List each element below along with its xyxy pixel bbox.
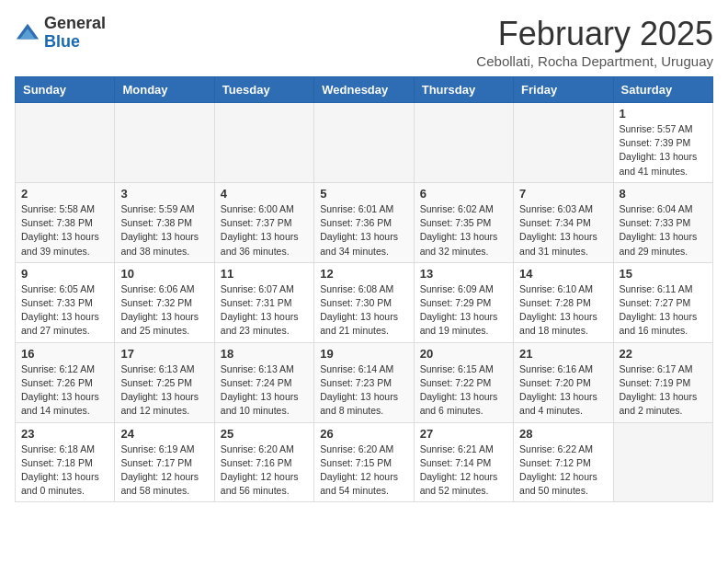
day-info: Sunrise: 6:02 AM Sunset: 7:35 PM Dayligh… [420, 202, 507, 259]
calendar-cell: 15Sunrise: 6:11 AM Sunset: 7:27 PM Dayli… [613, 262, 712, 342]
logo-blue-text: Blue [44, 33, 106, 52]
day-number: 3 [120, 187, 208, 201]
day-number: 10 [120, 267, 208, 281]
day-info: Sunrise: 6:20 AM Sunset: 7:16 PM Dayligh… [221, 442, 308, 499]
calendar-table: SundayMondayTuesdayWednesdayThursdayFrid… [15, 76, 713, 502]
day-info: Sunrise: 6:04 AM Sunset: 7:33 PM Dayligh… [620, 202, 707, 259]
day-number: 1 [620, 107, 707, 121]
calendar-cell: 18Sunrise: 6:13 AM Sunset: 7:24 PM Dayli… [214, 342, 313, 422]
calendar-cell: 28Sunrise: 6:22 AM Sunset: 7:12 PM Dayli… [514, 422, 613, 502]
day-number: 25 [221, 427, 308, 441]
weekday-header-sunday: Sunday [16, 77, 115, 103]
logo-icon [15, 20, 40, 46]
day-info: Sunrise: 6:00 AM Sunset: 7:37 PM Dayligh… [221, 202, 308, 259]
day-number: 27 [420, 427, 507, 441]
calendar-cell: 4Sunrise: 6:00 AM Sunset: 7:37 PM Daylig… [214, 182, 313, 262]
day-number: 22 [620, 347, 707, 361]
day-info: Sunrise: 6:22 AM Sunset: 7:12 PM Dayligh… [519, 442, 607, 499]
calendar-cell: 13Sunrise: 6:09 AM Sunset: 7:29 PM Dayli… [414, 262, 513, 342]
day-info: Sunrise: 5:58 AM Sunset: 7:38 PM Dayligh… [21, 202, 108, 259]
calendar-cell: 2Sunrise: 5:58 AM Sunset: 7:38 PM Daylig… [16, 182, 115, 262]
day-number: 11 [221, 267, 308, 281]
day-info: Sunrise: 6:12 AM Sunset: 7:26 PM Dayligh… [21, 362, 108, 419]
calendar-cell: 12Sunrise: 6:08 AM Sunset: 7:30 PM Dayli… [314, 262, 414, 342]
day-number: 18 [221, 347, 308, 361]
calendar-header: General Blue February 2025 Cebollati, Ro… [15, 15, 713, 69]
day-info: Sunrise: 6:03 AM Sunset: 7:34 PM Dayligh… [519, 202, 607, 259]
calendar-cell: 26Sunrise: 6:20 AM Sunset: 7:15 PM Dayli… [314, 422, 414, 502]
day-number: 4 [221, 187, 308, 201]
calendar-cell [414, 103, 513, 183]
week-row-1: 1Sunrise: 5:57 AM Sunset: 7:39 PM Daylig… [16, 103, 713, 183]
calendar-title: February 2025 [476, 15, 713, 53]
week-row-5: 23Sunrise: 6:18 AM Sunset: 7:18 PM Dayli… [16, 422, 713, 502]
day-info: Sunrise: 6:10 AM Sunset: 7:28 PM Dayligh… [519, 282, 607, 339]
day-info: Sunrise: 5:57 AM Sunset: 7:39 PM Dayligh… [620, 122, 707, 178]
calendar-cell [514, 103, 613, 183]
day-number: 2 [21, 187, 108, 201]
day-number: 13 [420, 267, 507, 281]
day-info: Sunrise: 6:15 AM Sunset: 7:22 PM Dayligh… [420, 362, 507, 419]
weekday-header-thursday: Thursday [414, 77, 513, 103]
day-info: Sunrise: 6:08 AM Sunset: 7:30 PM Dayligh… [320, 282, 407, 339]
calendar-cell: 14Sunrise: 6:10 AM Sunset: 7:28 PM Dayli… [514, 262, 613, 342]
weekday-header-monday: Monday [115, 77, 214, 103]
day-number: 8 [620, 187, 707, 201]
calendar-subtitle: Cebollati, Rocha Department, Uruguay [476, 53, 713, 69]
day-info: Sunrise: 6:16 AM Sunset: 7:20 PM Dayligh… [519, 362, 607, 419]
calendar-cell [16, 103, 115, 183]
day-info: Sunrise: 6:14 AM Sunset: 7:23 PM Dayligh… [320, 362, 407, 419]
day-info: Sunrise: 6:09 AM Sunset: 7:29 PM Dayligh… [420, 282, 507, 339]
calendar-cell: 6Sunrise: 6:02 AM Sunset: 7:35 PM Daylig… [414, 182, 513, 262]
calendar-cell: 16Sunrise: 6:12 AM Sunset: 7:26 PM Dayli… [16, 342, 115, 422]
calendar-cell: 9Sunrise: 6:05 AM Sunset: 7:33 PM Daylig… [16, 262, 115, 342]
calendar-cell [115, 103, 214, 183]
day-number: 23 [21, 427, 108, 441]
calendar-cell: 7Sunrise: 6:03 AM Sunset: 7:34 PM Daylig… [514, 182, 613, 262]
day-number: 6 [420, 187, 507, 201]
week-row-4: 16Sunrise: 6:12 AM Sunset: 7:26 PM Dayli… [16, 342, 713, 422]
day-info: Sunrise: 6:01 AM Sunset: 7:36 PM Dayligh… [320, 202, 407, 259]
calendar-cell: 23Sunrise: 6:18 AM Sunset: 7:18 PM Dayli… [16, 422, 115, 502]
day-number: 5 [320, 187, 407, 201]
day-number: 28 [519, 427, 607, 441]
weekday-header-wednesday: Wednesday [314, 77, 414, 103]
day-info: Sunrise: 6:11 AM Sunset: 7:27 PM Dayligh… [620, 282, 707, 339]
calendar-cell: 19Sunrise: 6:14 AM Sunset: 7:23 PM Dayli… [314, 342, 414, 422]
day-number: 9 [21, 267, 108, 281]
day-info: Sunrise: 6:07 AM Sunset: 7:31 PM Dayligh… [221, 282, 308, 339]
logo: General Blue [15, 15, 106, 52]
calendar-cell: 1Sunrise: 5:57 AM Sunset: 7:39 PM Daylig… [613, 103, 712, 183]
day-info: Sunrise: 6:19 AM Sunset: 7:17 PM Dayligh… [120, 442, 208, 499]
calendar-cell: 20Sunrise: 6:15 AM Sunset: 7:22 PM Dayli… [414, 342, 513, 422]
day-number: 21 [519, 347, 607, 361]
calendar-cell: 8Sunrise: 6:04 AM Sunset: 7:33 PM Daylig… [613, 182, 712, 262]
day-number: 7 [519, 187, 607, 201]
day-info: Sunrise: 6:17 AM Sunset: 7:19 PM Dayligh… [620, 362, 707, 419]
calendar-cell: 17Sunrise: 6:13 AM Sunset: 7:25 PM Dayli… [115, 342, 214, 422]
day-info: Sunrise: 6:13 AM Sunset: 7:25 PM Dayligh… [120, 362, 208, 419]
calendar-cell: 21Sunrise: 6:16 AM Sunset: 7:20 PM Dayli… [514, 342, 613, 422]
weekday-header-tuesday: Tuesday [214, 77, 313, 103]
logo-general-text: General [44, 15, 106, 33]
week-row-3: 9Sunrise: 6:05 AM Sunset: 7:33 PM Daylig… [16, 262, 713, 342]
calendar-cell: 11Sunrise: 6:07 AM Sunset: 7:31 PM Dayli… [214, 262, 313, 342]
calendar-cell [613, 422, 712, 502]
calendar-cell [314, 103, 414, 183]
calendar-cell: 22Sunrise: 6:17 AM Sunset: 7:19 PM Dayli… [613, 342, 712, 422]
calendar-cell: 24Sunrise: 6:19 AM Sunset: 7:17 PM Dayli… [115, 422, 214, 502]
day-info: Sunrise: 6:05 AM Sunset: 7:33 PM Dayligh… [21, 282, 108, 339]
day-number: 26 [320, 427, 407, 441]
calendar-cell: 25Sunrise: 6:20 AM Sunset: 7:16 PM Dayli… [214, 422, 313, 502]
day-info: Sunrise: 6:18 AM Sunset: 7:18 PM Dayligh… [21, 442, 108, 499]
day-info: Sunrise: 6:06 AM Sunset: 7:32 PM Dayligh… [120, 282, 208, 339]
calendar-cell: 5Sunrise: 6:01 AM Sunset: 7:36 PM Daylig… [314, 182, 414, 262]
calendar-cell: 27Sunrise: 6:21 AM Sunset: 7:14 PM Dayli… [414, 422, 513, 502]
day-number: 24 [120, 427, 208, 441]
weekday-header-row: SundayMondayTuesdayWednesdayThursdayFrid… [16, 77, 713, 103]
day-info: Sunrise: 6:13 AM Sunset: 7:24 PM Dayligh… [221, 362, 308, 419]
day-number: 16 [21, 347, 108, 361]
title-area: February 2025 Cebollati, Rocha Departmen… [476, 15, 713, 69]
day-number: 20 [420, 347, 507, 361]
day-number: 14 [519, 267, 607, 281]
